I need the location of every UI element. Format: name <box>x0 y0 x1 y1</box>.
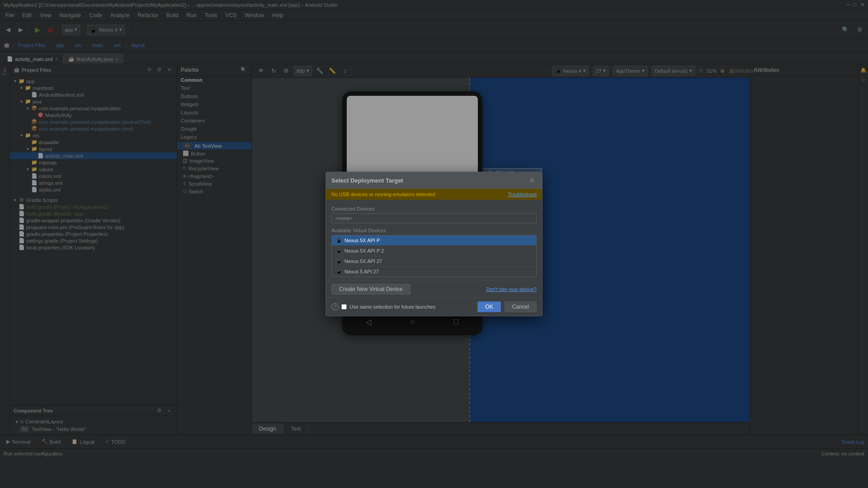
dont-see-link[interactable]: Don't see your device? <box>486 286 537 292</box>
device-item-3[interactable]: 📱 Nexus 5 API 27 <box>332 267 536 277</box>
device-label-0: Nexus 5X API P <box>344 238 380 243</box>
modal-footer: ? Use same selection for future launches… <box>326 297 542 316</box>
modal-warning-bar: No USB devices or running emulators dete… <box>326 189 542 200</box>
no-device-item: <none> <box>332 214 536 223</box>
modal-title: Select Deployment Target <box>331 177 403 184</box>
cancel-btn[interactable]: Cancel <box>505 301 537 312</box>
device-label-1: Nexus 5X API P 2 <box>344 248 384 253</box>
connected-devices-title: Connected Devices <box>331 206 537 211</box>
future-launches-checkbox[interactable] <box>341 304 347 310</box>
modal-header: Select Deployment Target ✕ <box>326 172 542 189</box>
device-icon-0: 📱 <box>335 237 342 244</box>
device-icon-3: 📱 <box>335 268 342 275</box>
future-launches-label: Use same selection for future launches <box>349 304 435 310</box>
virtual-devices-list: 📱 Nexus 5X API P 📱 Nexus 5X API P 2 📱 Ne… <box>331 235 537 277</box>
device-icon-1: 📱 <box>335 248 342 254</box>
device-label-3: Nexus 5 API 27 <box>344 269 379 274</box>
virtual-devices-title: Available Virtual Devices <box>331 228 537 233</box>
modal-body: Connected Devices <none> Available Virtu… <box>326 200 542 281</box>
modal-footer-right: OK Cancel <box>477 301 537 312</box>
ok-btn[interactable]: OK <box>477 301 500 312</box>
connected-devices-list: <none> <box>331 213 537 223</box>
device-item-2[interactable]: 📱 Nexus 5X API 27 <box>332 256 536 267</box>
device-item-1[interactable]: 📱 Nexus 5X API P 2 <box>332 246 536 256</box>
modal-warning-text: No USB devices or running emulators dete… <box>331 192 435 197</box>
modal-footer-left: ? Use same selection for future launches <box>331 303 435 310</box>
create-new-virtual-device-btn[interactable]: Create New Virtual Device <box>331 284 410 295</box>
modal-overlay[interactable]: Select Deployment Target ✕ No USB device… <box>0 0 868 488</box>
device-label-2: Nexus 5X API 27 <box>344 258 382 264</box>
select-deployment-modal: Select Deployment Target ✕ No USB device… <box>326 172 542 316</box>
modal-footer-create: Create New Virtual Device Don't see your… <box>326 281 542 297</box>
troubleshoot-link[interactable]: Troubleshoot <box>508 192 537 197</box>
help-icon[interactable]: ? <box>331 303 339 310</box>
no-device-label: <none> <box>335 216 352 221</box>
device-icon-2: 📱 <box>335 258 342 264</box>
modal-close-btn[interactable]: ✕ <box>528 176 537 185</box>
device-item-0[interactable]: 📱 Nexus 5X API P <box>332 235 536 246</box>
